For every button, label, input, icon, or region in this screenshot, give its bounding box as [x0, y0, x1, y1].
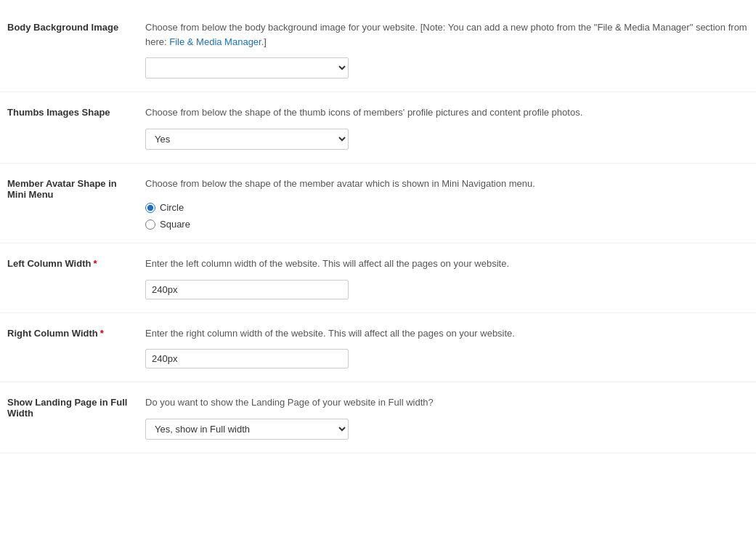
setting-row-thumbs: Thumbs Images Shape Choose from below th…: [0, 92, 756, 164]
setting-row-right-col: Right Column Width* Enter the right colu…: [0, 313, 756, 383]
content-thumbs: Choose from below the shape of the thumb…: [145, 105, 749, 150]
setting-row-body-bg: Body Background Image Choose from below …: [0, 7, 756, 92]
desc-landing: Do you want to show the Landing Page of …: [145, 395, 749, 410]
radio-square[interactable]: [145, 219, 155, 230]
content-right-col: Enter the right column width of the webs…: [145, 326, 749, 369]
radio-circle[interactable]: [145, 203, 155, 213]
radio-option-circle[interactable]: Circle: [145, 202, 749, 213]
required-marker-left: *: [93, 258, 97, 269]
setting-row-avatar-shape: Member Avatar Shape in Mini Menu Choose …: [0, 164, 756, 244]
label-right-column-width: Right Column Width*: [7, 326, 145, 339]
radio-option-square[interactable]: Square: [145, 219, 749, 230]
body-bg-image-select[interactable]: [145, 57, 349, 78]
label-member-avatar-shape: Member Avatar Shape in Mini Menu: [7, 177, 145, 200]
desc-thumbs: Choose from below the shape of the thumb…: [145, 105, 749, 120]
desc-body-bg: Choose from below the body background im…: [145, 20, 749, 49]
landing-page-select[interactable]: Yes, show in Full width: [145, 419, 349, 440]
content-body-bg: Choose from below the body background im…: [145, 20, 749, 78]
thumbs-shape-select[interactable]: Yes: [145, 129, 349, 150]
required-marker-right: *: [100, 328, 104, 339]
settings-container: Body Background Image Choose from below …: [0, 7, 756, 454]
content-avatar-shape: Choose from below the shape of the membe…: [145, 177, 749, 230]
radio-circle-label: Circle: [160, 202, 184, 213]
desc-left-col: Enter the left column width of the websi…: [145, 257, 749, 271]
setting-row-left-col: Left Column Width* Enter the left column…: [0, 243, 756, 313]
label-show-landing-page: Show Landing Page in Full Width: [7, 395, 145, 419]
label-body-bg-image: Body Background Image: [7, 20, 145, 33]
setting-row-landing-page: Show Landing Page in Full Width Do you w…: [0, 382, 756, 454]
content-left-col: Enter the left column width of the websi…: [145, 257, 749, 299]
left-column-width-input[interactable]: [145, 280, 349, 299]
right-column-width-input[interactable]: [145, 349, 349, 368]
content-landing-page: Do you want to show the Landing Page of …: [145, 395, 749, 440]
desc-right-col: Enter the right column width of the webs…: [145, 326, 749, 341]
avatar-shape-radio-group: Circle Square: [145, 202, 749, 230]
file-media-manager-link[interactable]: File & Media Manager.: [169, 36, 264, 47]
desc-avatar: Choose from below the shape of the membe…: [145, 177, 749, 191]
label-left-column-width: Left Column Width*: [7, 257, 145, 269]
radio-square-label: Square: [160, 219, 190, 230]
label-thumbs-images-shape: Thumbs Images Shape: [7, 105, 145, 118]
